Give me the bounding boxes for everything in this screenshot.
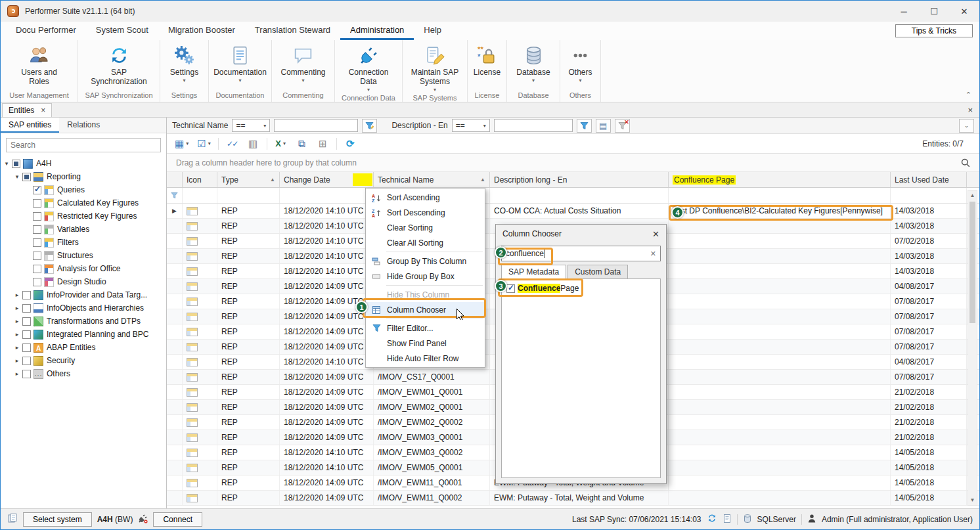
checkbox-structures[interactable]	[33, 252, 41, 260]
header-technical-name[interactable]: Technical Name▲	[374, 172, 490, 187]
tab-entities[interactable]: Entities ×	[2, 103, 52, 117]
group-by-panel[interactable]: Drag a column header here to group by th…	[167, 154, 979, 172]
tree-item-design-studio[interactable]: Design Studio	[1, 275, 166, 288]
expand-closed-icon[interactable]: ▸	[12, 357, 22, 364]
menu-item-hide-auto-filter-row[interactable]: Hide Auto Filter Row	[366, 351, 485, 366]
filter-cell[interactable]	[891, 188, 967, 203]
checkbox-reporting[interactable]	[22, 173, 31, 181]
filter-cell[interactable]	[490, 188, 669, 203]
expand-closed-icon[interactable]: ▸	[12, 318, 22, 324]
checkbox-abap-entities[interactable]	[22, 343, 31, 352]
checkbox-a4h[interactable]	[12, 160, 20, 168]
checkbox-queries[interactable]	[33, 186, 41, 194]
commenting-button[interactable]: Commenting ▾	[272, 43, 334, 90]
menu-tab-help[interactable]: Help	[414, 22, 451, 40]
checkbox-others[interactable]	[22, 370, 31, 378]
tree-item-analysis-for-office[interactable]: Analysis for Office	[1, 262, 166, 275]
menu-item-clear-all-sorting[interactable]: Clear All Sorting	[366, 235, 485, 250]
technical-name-operator-select[interactable]: ==▾	[232, 119, 270, 132]
systems-book-icon[interactable]	[7, 513, 18, 525]
checkbox-variables[interactable]	[33, 225, 41, 234]
tab-custom-data[interactable]: Custom Data	[568, 265, 628, 278]
checkbox-grid-button[interactable]: ☑▾	[196, 136, 212, 152]
table-row[interactable]: ▶REP18/12/2020 14:10 UTCCO-OM CCA: Actua…	[167, 204, 979, 219]
header-icon[interactable]: Icon	[183, 172, 217, 187]
expand-closed-icon[interactable]: ▸	[12, 344, 22, 351]
menu-tab-administration[interactable]: Administration	[340, 22, 414, 40]
menu-tab-translation-steward[interactable]: Translation Steward	[245, 22, 340, 40]
license-button[interactable]: *** License	[468, 43, 506, 90]
header-description-long-en[interactable]: Description long - En	[490, 172, 669, 187]
filter-cell[interactable]	[183, 188, 217, 203]
copy-grid-button[interactable]: ⧉	[294, 136, 309, 152]
excel-export-button[interactable]: X▾	[273, 136, 288, 152]
others-button[interactable]: Others ▾	[560, 43, 600, 90]
scroll-up-icon[interactable]: ▲	[968, 190, 977, 200]
export-grid-button[interactable]: ⊞	[315, 136, 330, 152]
header-last-used-date[interactable]: Last Used Date	[891, 172, 967, 187]
tree-item-variables[interactable]: Variables	[1, 223, 166, 236]
maintain-sap-systems-button[interactable]: Maintain SAP Systems ▾	[403, 43, 467, 93]
filter-cell[interactable]	[280, 188, 374, 203]
checkbox-confluence-page[interactable]	[506, 284, 515, 293]
scrollbar-thumb[interactable]	[969, 202, 975, 323]
menu-item-column-chooser[interactable]: Column Chooser	[366, 302, 485, 317]
menu-item-hide-group-by-box[interactable]: Hide Group By Box	[366, 269, 485, 284]
tree-item-calculated-key-figures[interactable]: Calculated Key Figures	[1, 196, 166, 210]
settings-button[interactable]: Settings ▾	[160, 43, 208, 90]
checkbox-security[interactable]	[22, 357, 31, 365]
tree-item-infoprovider-and-data-targ[interactable]: ▸InfoProvider and Data Targ...	[1, 288, 166, 301]
apply-filter-button[interactable]	[577, 119, 592, 133]
tab-close-icon[interactable]: ×	[41, 106, 45, 115]
sync-icon[interactable]	[707, 513, 717, 525]
expand-closed-icon[interactable]: ▸	[12, 305, 22, 311]
tree-item-queries[interactable]: Queries	[1, 183, 166, 196]
menu-tab-migration-booster[interactable]: Migration Booster	[158, 22, 245, 40]
ribbon-collapse-icon[interactable]: ⌃	[966, 91, 971, 99]
menu-item-clear-sorting[interactable]: Clear Sorting	[366, 220, 485, 235]
checkbox-restricted-key-figures[interactable]	[33, 212, 41, 221]
maximize-button[interactable]: ☐	[919, 1, 949, 22]
tree-item-abap-entities[interactable]: ▸ABAP Entities	[1, 341, 166, 354]
column-search-input[interactable]: confluence ✕	[501, 246, 661, 261]
column-config-button[interactable]: ▥	[246, 136, 261, 152]
checkbox-infoprovider-and-data-targ[interactable]	[22, 291, 31, 299]
description-filter-input[interactable]	[494, 119, 573, 132]
menu-item-sort-ascending[interactable]: AZSort Ascending	[366, 190, 485, 205]
expand-filter-chevron[interactable]: ⌄	[959, 119, 974, 133]
close-all-tabs-icon[interactable]: ×	[961, 105, 979, 117]
tree-item-filters[interactable]: Filters	[1, 236, 166, 249]
select-system-button[interactable]: Select system	[23, 512, 92, 527]
filter-grid-button[interactable]: ▤	[596, 119, 611, 133]
database-button[interactable]: Database ▾	[507, 43, 560, 90]
checkbox-transformations-and-dtps[interactable]	[22, 317, 31, 326]
minimize-button[interactable]: ─	[889, 1, 919, 22]
expand-closed-icon[interactable]: ▸	[12, 292, 22, 298]
header-confluence-page[interactable]: Confluence Page	[669, 172, 891, 187]
log-icon[interactable]	[723, 514, 732, 525]
dialog-close-icon[interactable]: ✕	[652, 229, 659, 239]
menu-tab-system-scout[interactable]: System Scout	[86, 22, 158, 40]
checkbox-integrated-planning-and-bpc[interactable]	[22, 330, 31, 339]
menu-item-group-by-this-column[interactable]: Group By This Column	[366, 254, 485, 269]
header-change-date[interactable]: Change Date	[280, 172, 374, 187]
users-and-roles-button[interactable]: Users and Roles	[1, 43, 78, 90]
expand-open-icon[interactable]: ▾	[2, 160, 11, 167]
vertical-scrollbar[interactable]: ▲ ▼	[968, 190, 977, 506]
tab-relations[interactable]: Relations	[59, 118, 108, 133]
tree-item-integrated-planning-and-bpc[interactable]: ▸Integrated Planning and BPC	[1, 328, 166, 341]
tree-item-a4h[interactable]: ▾A4H	[1, 157, 166, 170]
tips-tricks-button[interactable]: Tips & Tricks	[895, 24, 973, 37]
clear-search-icon[interactable]: ✕	[650, 250, 656, 258]
header-type[interactable]: Type▲	[217, 172, 280, 187]
description-operator-select[interactable]: ==▾	[452, 119, 490, 132]
technical-name-filter-input[interactable]	[274, 119, 358, 132]
search-icon[interactable]	[961, 158, 970, 167]
menu-tab-docu-performer[interactable]: Docu Performer	[6, 22, 86, 40]
clear-filter-button[interactable]: ✕	[615, 119, 630, 133]
tree-item-transformations-and-dtps[interactable]: ▸Transformations and DTPs	[1, 315, 166, 328]
refresh-button[interactable]: ⟳	[343, 136, 358, 152]
menu-item-show-find-panel[interactable]: Show Find Panel	[366, 336, 485, 351]
expand-closed-icon[interactable]: ▸	[12, 370, 22, 377]
scroll-down-icon[interactable]: ▼	[968, 495, 977, 505]
